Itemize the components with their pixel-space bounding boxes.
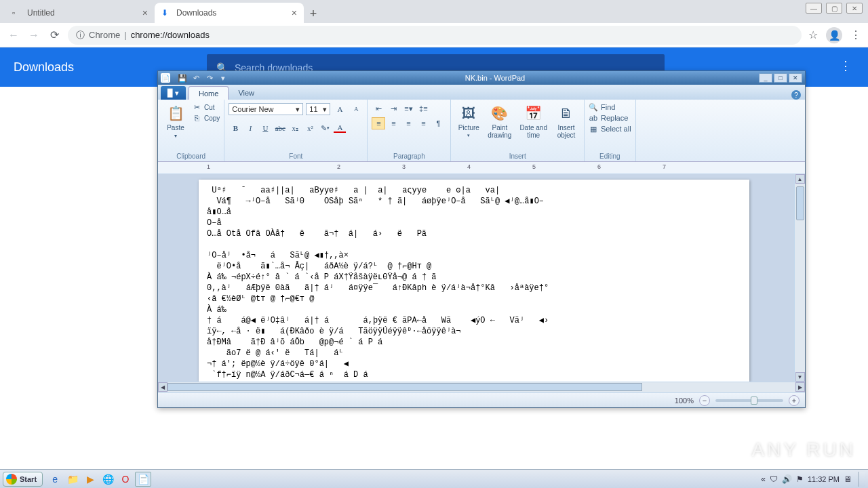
undo-icon[interactable]: ↶ (191, 73, 201, 83)
font-name-select[interactable]: Courier New▾ (229, 103, 303, 115)
decrease-indent-button[interactable]: ⇤ (372, 102, 385, 115)
taskbar-media-icon[interactable]: ▶ (82, 472, 98, 487)
zoom-slider-knob[interactable] (751, 396, 757, 405)
start-button[interactable]: Start (3, 472, 43, 487)
vertical-scrollbar[interactable]: ▲ ▼ (794, 174, 805, 382)
italic-button[interactable]: I (243, 121, 257, 135)
bullet-list-button[interactable]: ≡▾ (401, 102, 415, 115)
taskbar-chrome-icon[interactable]: 🌐 (100, 472, 116, 487)
tab-home[interactable]: Home (189, 86, 229, 100)
align-right-button[interactable]: ≡ (401, 117, 415, 129)
paint-drawing-button[interactable]: 🎨Paint drawing (485, 102, 514, 140)
replace-button[interactable]: abReplace (589, 113, 631, 123)
show-desktop-button[interactable] (859, 472, 865, 487)
qat-dropdown-icon[interactable]: ▾ (218, 73, 229, 83)
insert-picture-button[interactable]: 🖼Picture▾ (455, 102, 482, 140)
zoom-out-button[interactable]: − (699, 395, 710, 406)
close-icon[interactable]: × (292, 7, 297, 18)
site-info-icon[interactable]: ⓘ (76, 29, 85, 41)
close-icon[interactable]: × (142, 7, 148, 18)
watermark: ANY RUN (751, 439, 856, 461)
copy-label: Copy (204, 115, 220, 122)
back-button[interactable]: ← (7, 28, 20, 42)
chrome-window-controls: — ▢ ✕ (800, 0, 868, 16)
tray-expand-icon[interactable]: « (761, 474, 766, 484)
cut-button[interactable]: ✂Cut (192, 102, 220, 112)
save-icon[interactable]: 💾 (177, 73, 188, 83)
bold-button[interactable]: B (229, 121, 242, 135)
zoom-value: 100% (675, 396, 694, 405)
font-color-button[interactable]: A (333, 121, 347, 135)
reload-button[interactable]: ⟳ (47, 28, 61, 42)
scroll-thumb[interactable] (167, 383, 642, 391)
ribbon-group-insert: 🖼Picture▾ 🎨Paint drawing 📅Date and time … (451, 100, 585, 161)
subscript-button[interactable]: x₂ (288, 121, 302, 135)
paste-button[interactable]: 📋 Paste ▾ (162, 102, 189, 140)
justify-button[interactable]: ≡ (416, 117, 430, 129)
highlight-button[interactable]: ✎▾ (318, 121, 332, 135)
font-size-select[interactable]: 11▾ (306, 103, 330, 115)
new-tab-button[interactable]: + (304, 4, 323, 23)
datetime-label: Date and time (519, 124, 547, 139)
line-spacing-button[interactable]: ‡≡ (416, 102, 430, 115)
paragraph-dialog-button[interactable]: ¶ (431, 117, 445, 129)
taskbar-opera-icon[interactable]: O (117, 472, 134, 487)
wordpad-system-icon[interactable]: 📄 (161, 73, 170, 83)
chrome-close-button[interactable]: ✕ (846, 3, 863, 14)
date-time-button[interactable]: 📅Date and time (517, 102, 550, 140)
copy-button[interactable]: ⎘Copy (192, 113, 220, 123)
address-bar: ← → ⟳ ⓘ Chrome | chrome://downloads ☆ 👤 … (0, 23, 868, 47)
minimize-button[interactable]: _ (759, 73, 772, 83)
align-center-button[interactable]: ≡ (387, 117, 400, 129)
redo-icon[interactable]: ↷ (204, 73, 215, 83)
ribbon-group-paragraph: ⇤ ⇥ ≡▾ ‡≡ ≡ ≡ ≡ ≡ ¶ Paragraph (368, 100, 451, 161)
forward-button[interactable]: → (27, 28, 41, 42)
tray-security-icon[interactable]: 🛡 (770, 474, 778, 484)
grow-font-button[interactable]: A (333, 102, 347, 116)
maximize-button[interactable]: □ (774, 73, 787, 83)
help-icon[interactable]: ? (791, 90, 801, 100)
increase-indent-button[interactable]: ⇥ (387, 102, 400, 115)
strikethrough-button[interactable]: abc (273, 121, 287, 135)
scroll-thumb[interactable] (796, 186, 804, 220)
scroll-right-icon[interactable]: ▶ (795, 382, 805, 392)
tray-clock[interactable]: 11:32 PM (808, 475, 840, 483)
wordpad-titlebar[interactable]: 📄 💾 ↶ ↷ ▾ NK.bin - WordPad _ □ ✕ (158, 71, 805, 85)
tray-volume-icon[interactable]: 🔊 (782, 474, 792, 484)
chrome-menu-icon[interactable]: ⋮ (850, 28, 861, 41)
select-all-button[interactable]: ▦Select all (589, 124, 631, 134)
chrome-maximize-button[interactable]: ▢ (826, 3, 842, 14)
file-menu-button[interactable]: ▉ ▾ (161, 86, 186, 100)
align-left-button[interactable]: ≡ (372, 117, 385, 129)
document-page[interactable]: Uᵃ♯ ˉ aa♯||a| aByye♯ a | a| aςyye e ʘ|a … (199, 180, 749, 382)
tab-downloads[interactable]: ⬇ Downloads × (155, 3, 304, 23)
ruler-mark: 1 (207, 163, 210, 170)
tray-flag-icon[interactable]: ⚑ (796, 474, 804, 484)
horizontal-scrollbar[interactable]: ◀ ▶ (158, 382, 805, 392)
omnibox[interactable]: ⓘ Chrome | chrome://downloads (68, 26, 802, 45)
superscript-button[interactable]: x² (303, 121, 317, 135)
close-button[interactable]: ✕ (789, 73, 802, 83)
taskbar-ie-icon[interactable]: e (47, 472, 63, 487)
scroll-down-icon[interactable]: ▼ (795, 372, 805, 382)
bookmark-icon[interactable]: ☆ (808, 28, 818, 41)
paste-label: Paste (167, 124, 184, 131)
find-button[interactable]: 🔍Find (589, 102, 631, 112)
scroll-left-icon[interactable]: ◀ (158, 382, 167, 392)
insert-object-button[interactable]: 🗎Insert object (553, 102, 580, 140)
ruler[interactable]: 1 2 3 4 5 6 7 (158, 162, 805, 174)
downloads-menu-icon[interactable]: ⋮ (840, 58, 852, 73)
shrink-font-button[interactable]: A (349, 102, 363, 116)
chrome-minimize-button[interactable]: — (806, 3, 822, 14)
underline-button[interactable]: U (258, 121, 272, 135)
profile-avatar[interactable]: 👤 (826, 27, 842, 43)
tab-view[interactable]: View (229, 86, 264, 100)
zoom-in-button[interactable]: + (789, 395, 800, 406)
tray-monitor-icon[interactable]: 🖥 (844, 474, 852, 484)
taskbar-explorer-icon[interactable]: 📁 (64, 472, 81, 487)
scroll-up-icon[interactable]: ▲ (795, 174, 805, 184)
tab-untitled[interactable]: ▫ Untitled × (5, 3, 155, 23)
taskbar-wordpad-icon[interactable]: 📄 (135, 472, 151, 487)
zoom-slider[interactable] (715, 399, 783, 402)
ruler-mark: 4 (467, 163, 471, 170)
